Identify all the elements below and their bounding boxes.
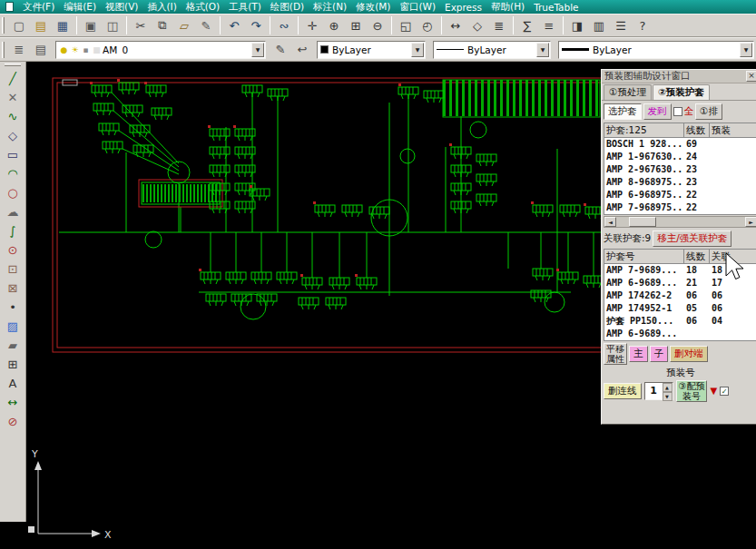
circle-tool-icon[interactable]: ○ bbox=[3, 183, 23, 202]
main-button[interactable]: 主 bbox=[629, 346, 648, 362]
layer-previous-icon[interactable]: ↩ bbox=[292, 41, 312, 59]
layer-color-chip-icon[interactable]: ■ bbox=[92, 44, 102, 55]
sun-icon[interactable]: ☀ bbox=[70, 44, 80, 55]
bulb-icon[interactable]: ● bbox=[59, 44, 69, 55]
pan-icon[interactable]: ✛ bbox=[302, 16, 322, 34]
move-attribute-button[interactable]: 平移 属性 bbox=[604, 343, 627, 365]
distance-icon[interactable]: ↔ bbox=[446, 16, 466, 34]
select-sheath-button[interactable]: 选护套 bbox=[604, 103, 642, 120]
rectangle-tool-icon[interactable]: ▭ bbox=[3, 145, 23, 164]
toolbar-grip[interactable] bbox=[5, 64, 21, 66]
table-row[interactable]: AMP 1-967630...24 bbox=[604, 151, 756, 163]
delete-far-end-button[interactable]: 删对端 bbox=[670, 346, 708, 362]
cut-icon[interactable]: ✂ bbox=[131, 16, 151, 34]
scroll-left-icon[interactable]: ◄ bbox=[604, 217, 616, 227]
menu-item-3[interactable]: 插入(I) bbox=[142, 1, 181, 14]
table-row[interactable]: AMP 7-968975...22 bbox=[604, 201, 756, 214]
menu-item-7[interactable]: 标注(N) bbox=[309, 1, 351, 14]
ellipse-tool-icon[interactable]: ⊙ bbox=[3, 240, 23, 260]
open-file-icon[interactable]: ▤ bbox=[31, 16, 51, 34]
menu-item-12[interactable]: TrueTable bbox=[529, 2, 583, 13]
linetype-combo[interactable]: ByLayer ▼ bbox=[433, 41, 551, 59]
confirm-checkbox[interactable]: ✓ bbox=[720, 387, 729, 396]
design-center-icon[interactable]: ◨ bbox=[567, 16, 587, 34]
horizontal-scrollbar[interactable]: ◄ ► bbox=[604, 216, 756, 228]
polyline-tool-icon[interactable]: ∿ bbox=[3, 107, 23, 126]
app-icon[interactable] bbox=[5, 2, 14, 12]
spline-tool-icon[interactable]: ∫ bbox=[3, 221, 23, 240]
dimension-tool-icon[interactable]: ↔ bbox=[3, 393, 23, 412]
column-header-sheath[interactable]: 护套:125 bbox=[604, 123, 684, 137]
layer-combo[interactable]: ●☀▪■ AM_0 ▼ bbox=[55, 41, 266, 59]
menu-item-4[interactable]: 格式(O) bbox=[182, 1, 224, 14]
chevron-down-icon[interactable]: ▼ bbox=[536, 43, 549, 57]
list-icon[interactable]: ≣ bbox=[489, 16, 509, 34]
undo-icon[interactable]: ↶ bbox=[224, 16, 244, 34]
revision-cloud-tool-icon[interactable]: ☁ bbox=[3, 202, 23, 221]
zoom-window-icon[interactable]: ⊞ bbox=[346, 16, 366, 34]
menu-item-5[interactable]: 工具(T) bbox=[224, 1, 266, 14]
scroll-thumb[interactable] bbox=[629, 217, 656, 227]
make-block-tool-icon[interactable]: ⊠ bbox=[3, 279, 23, 298]
menu-item-9[interactable]: 窗口(W) bbox=[395, 1, 440, 14]
chevron-down-icon[interactable]: ▼ bbox=[740, 43, 752, 57]
help-icon[interactable]: ? bbox=[633, 16, 653, 34]
region-tool-icon[interactable]: ▰ bbox=[3, 336, 23, 355]
menu-item-11[interactable]: 帮助(H) bbox=[486, 1, 529, 14]
copy-icon[interactable]: ⧉ bbox=[152, 16, 172, 34]
text-tool-icon[interactable]: A bbox=[3, 374, 23, 393]
calculator-icon[interactable]: ∑ bbox=[517, 16, 537, 34]
menu-item-0[interactable]: 文件(F) bbox=[18, 1, 59, 14]
redo-icon[interactable]: ↷ bbox=[246, 16, 266, 34]
sub-button[interactable]: 子 bbox=[650, 346, 669, 362]
table-row[interactable]: BOSCH 1 928...69 bbox=[604, 138, 756, 151]
tab-preassemble-sheath[interactable]: ②预装护套 bbox=[653, 84, 710, 100]
paste-icon[interactable]: ▱ bbox=[174, 16, 194, 34]
spin-down-icon[interactable]: ▼ bbox=[663, 392, 673, 401]
erase-tool-icon[interactable]: ⊘ bbox=[3, 412, 23, 431]
menu-item-2[interactable]: 视图(V) bbox=[101, 1, 142, 14]
match-properties-icon[interactable]: ✎ bbox=[196, 16, 216, 34]
move-main-strong-relate-button[interactable]: 移主/强关联护套 bbox=[653, 230, 731, 247]
close-icon[interactable]: × bbox=[746, 71, 756, 82]
area-icon[interactable]: ◇ bbox=[467, 16, 487, 34]
tab-preprocess[interactable]: ①预处理 bbox=[604, 84, 652, 100]
menu-item-8[interactable]: 修改(M) bbox=[351, 1, 395, 14]
preassembly-no-spinner[interactable]: 1 ▲ ▼ bbox=[644, 382, 673, 400]
make-layer-current-icon[interactable]: ✎ bbox=[270, 41, 290, 59]
toolbar-grip[interactable] bbox=[2, 17, 5, 34]
chevron-down-icon[interactable]: ▼ bbox=[251, 43, 264, 57]
script-icon[interactable]: ≡ bbox=[539, 16, 559, 34]
layers-dialog-icon[interactable]: ≣ bbox=[9, 41, 29, 59]
polygon-tool-icon[interactable]: ◇ bbox=[3, 126, 23, 145]
layer-states-icon[interactable]: ▤ bbox=[31, 41, 51, 59]
table-row[interactable]: AMP 2-967630...23 bbox=[604, 163, 756, 176]
table-row[interactable]: AMP 6-968975...22 bbox=[604, 189, 756, 201]
all-checkbox[interactable] bbox=[673, 107, 682, 116]
scroll-right-icon[interactable]: ► bbox=[745, 217, 756, 227]
plot-preview-icon[interactable]: ◫ bbox=[103, 16, 123, 34]
zoom-realtime-icon[interactable]: ⊕ bbox=[324, 16, 344, 34]
column-header-preassembly[interactable]: 预装 bbox=[710, 123, 756, 137]
panel-titlebar[interactable]: 预装图辅助设计窗口 × bbox=[602, 70, 756, 83]
hatch-tool-icon[interactable]: ▨ bbox=[3, 317, 23, 336]
spin-up-icon[interactable]: ▲ bbox=[663, 383, 673, 392]
insert-block-tool-icon[interactable]: ⊡ bbox=[3, 260, 23, 279]
color-combo[interactable]: ByLayer ▼ bbox=[317, 41, 426, 59]
properties-icon[interactable]: ☰ bbox=[611, 16, 631, 34]
menu-item-1[interactable]: 编辑(E) bbox=[59, 1, 101, 14]
named-views-icon[interactable]: ◱ bbox=[396, 16, 416, 34]
delete-line-button[interactable]: 删连线 bbox=[604, 383, 642, 399]
column-header-wirecount[interactable]: 线数 bbox=[684, 123, 710, 137]
assign-preassembly-button[interactable]: ③配预 装号 bbox=[676, 380, 708, 402]
menu-item-10[interactable]: Express bbox=[440, 2, 486, 13]
sort-button[interactable]: ①排 bbox=[695, 103, 722, 120]
table-tool-icon[interactable]: ⊞ bbox=[3, 355, 23, 374]
table-row[interactable]: AMP 174262-20606 bbox=[604, 289, 756, 302]
plot-icon[interactable]: ▣ bbox=[81, 16, 101, 34]
column-header-wirecount[interactable]: 线数 bbox=[684, 250, 710, 263]
toolbar-grip[interactable] bbox=[2, 42, 5, 58]
arc-tool-icon[interactable]: ◠ bbox=[3, 164, 23, 183]
new-file-icon[interactable]: ▢ bbox=[9, 16, 29, 34]
column-header-sheath-no[interactable]: 护套号 bbox=[604, 250, 684, 263]
